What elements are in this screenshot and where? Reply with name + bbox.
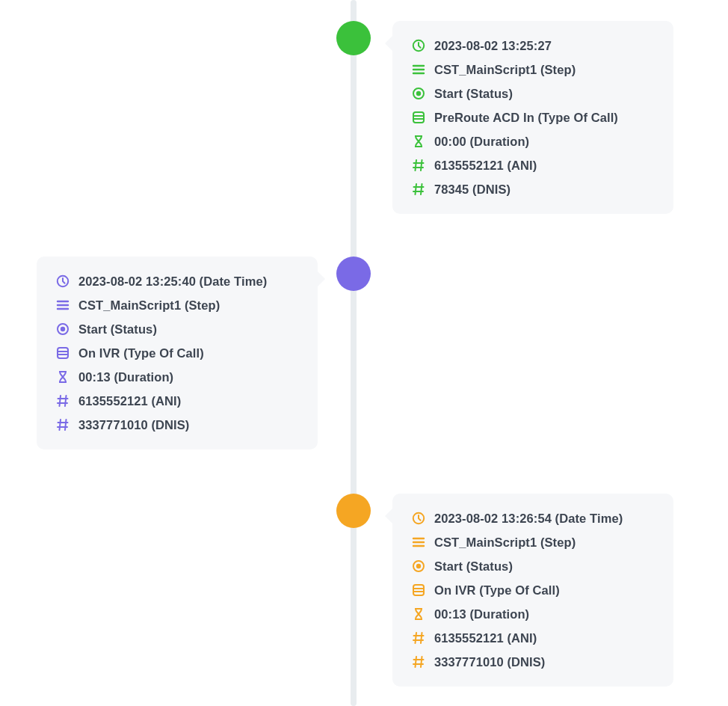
hourglass-icon [412,607,425,621]
event-row: CST_MainScript1 (Step) [56,298,298,312]
event-row: 78345 (DNIS) [412,182,654,196]
event-row-text: 6135552121 (ANI) [434,159,537,172]
radio-dot-icon [412,87,425,100]
event-row-text: 2023-08-02 13:25:40 (Date Time) [78,275,267,288]
event-row-text: 3337771010 (DNIS) [78,419,189,432]
event-row: CST_MainScript1 (Step) [412,63,654,76]
event-row: 2023-08-02 13:25:27 [412,39,654,52]
event-row: Start (Status) [412,87,654,100]
event-card: 2023-08-02 13:26:54 (Date Time)CST_MainS… [392,494,673,687]
event-row-text: CST_MainScript1 (Step) [434,64,576,76]
event-row: 6135552121 (ANI) [56,394,298,408]
timeline-node [336,494,371,528]
event-row-text: 6135552121 (ANI) [78,395,181,408]
event-row-text: 2023-08-02 13:26:54 (Date Time) [434,512,623,525]
radio-dot-icon [56,322,70,336]
event-row-text: CST_MainScript1 (Step) [434,536,576,549]
event-row: On IVR (Type Of Call) [56,346,298,360]
event-row-text: PreRoute ACD In (Type Of Call) [434,111,618,124]
menu-lines-icon [56,298,70,312]
event-card: 2023-08-02 13:25:40 (Date Time)CST_MainS… [37,257,318,449]
hourglass-icon [56,370,70,384]
event-row: Start (Status) [56,322,298,336]
event-row: 3337771010 (DNIS) [412,655,654,669]
event-row-text: On IVR (Type Of Call) [434,584,560,597]
hash-icon [412,631,425,645]
event-row-text: 00:13 (Duration) [434,608,529,621]
event-row: 00:13 (Duration) [412,607,654,621]
menu-lines-icon [412,63,425,76]
event-card: 2023-08-02 13:25:27CST_MainScript1 (Step… [392,21,673,214]
event-row: 2023-08-02 13:25:40 (Date Time) [56,274,298,288]
event-row-text: 00:00 (Duration) [434,135,529,148]
event-row-text: 3337771010 (DNIS) [434,656,545,669]
hash-icon [56,418,70,432]
event-row: On IVR (Type Of Call) [412,583,654,597]
event-row-text: 00:13 (Duration) [78,371,173,384]
hash-icon [56,394,70,408]
database-icon [412,583,425,597]
timeline-node [336,257,371,291]
event-row-text: CST_MainScript1 (Step) [78,299,220,312]
event-row-text: Start (Status) [78,323,157,336]
event-row-text: 78345 (DNIS) [434,183,510,196]
event-row: Start (Status) [412,559,654,573]
event-row: 3337771010 (DNIS) [56,418,298,432]
clock-icon [412,512,425,525]
event-row: 6135552121 (ANI) [412,631,654,645]
hourglass-icon [412,135,425,148]
menu-lines-icon [412,535,425,549]
timeline-node [336,21,371,55]
timeline-axis [351,0,357,706]
event-row-text: 2023-08-02 13:25:27 [434,40,552,52]
clock-icon [412,39,425,52]
hash-icon [412,655,425,669]
event-row: CST_MainScript1 (Step) [412,535,654,549]
database-icon [56,346,70,360]
event-row: 6135552121 (ANI) [412,159,654,172]
event-row: PreRoute ACD In (Type Of Call) [412,111,654,124]
database-icon [412,111,425,124]
radio-dot-icon [412,559,425,573]
event-row: 00:13 (Duration) [56,370,298,384]
hash-icon [412,159,425,172]
event-row-text: On IVR (Type Of Call) [78,347,204,360]
hash-icon [412,182,425,196]
event-row-text: Start (Status) [434,560,513,573]
event-row-text: 6135552121 (ANI) [434,632,537,645]
event-row: 2023-08-02 13:26:54 (Date Time) [412,512,654,525]
event-row-text: Start (Status) [434,88,513,100]
event-row: 00:00 (Duration) [412,135,654,148]
clock-icon [56,274,70,288]
